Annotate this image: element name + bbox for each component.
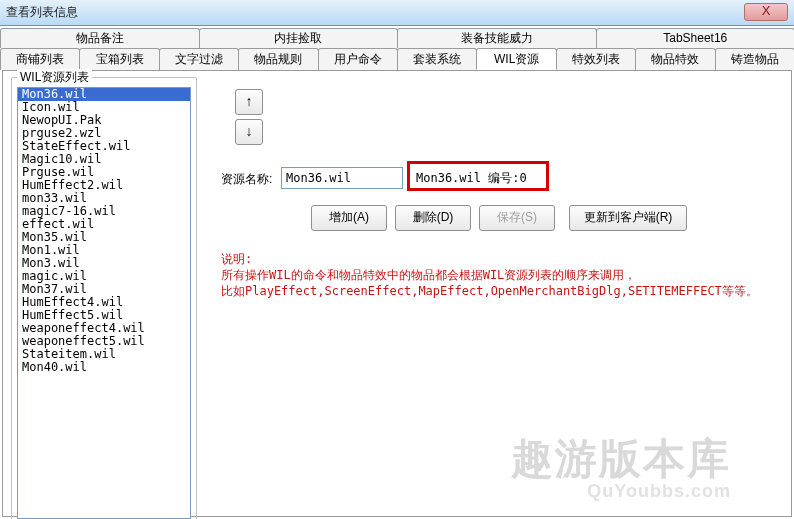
tabs-row-upper: 物品备注 内挂捡取 装备技能威力 TabSheet16 [0, 28, 794, 48]
delete-button[interactable]: 删除(D) [395, 205, 471, 231]
close-button[interactable]: X [744, 3, 788, 21]
explain-title: 说明: [221, 252, 252, 266]
list-item[interactable]: Mon40.wil [18, 361, 190, 374]
watermark-line2: QuYoubbs.com [511, 481, 731, 502]
tab-text-filter[interactable]: 文字过滤 [159, 48, 239, 70]
tab-set-system[interactable]: 套装系统 [397, 48, 477, 70]
arrow-down-icon: ↓ [246, 123, 253, 139]
tab-panel: WIL资源列表 Mon36.wil Icon.wil NewopUI.Pak p… [2, 70, 792, 517]
tab-tabsheet16[interactable]: TabSheet16 [596, 28, 795, 48]
tabs-row-lower: 商铺列表 宝箱列表 文字过滤 物品规则 用户命令 套装系统 WIL资源 特效列表… [0, 48, 794, 70]
wil-list-groupbox: WIL资源列表 Mon36.wil Icon.wil NewopUI.Pak p… [11, 77, 197, 519]
tab-cast-item[interactable]: 铸造物品 [715, 48, 794, 70]
tab-wil-resource[interactable]: WIL资源 [476, 48, 556, 70]
explain-block: 说明: 所有操作WIL的命令和物品特效中的物品都会根据WIL资源列表的顺序来调用… [221, 251, 758, 299]
resource-name-label: 资源名称: [221, 171, 272, 188]
resource-info-highlight: Mon36.wil 编号:0 [407, 161, 549, 191]
tab-equip-power[interactable]: 装备技能威力 [397, 28, 597, 48]
wil-listbox[interactable]: Mon36.wil Icon.wil NewopUI.Pak prguse2.w… [17, 87, 191, 519]
explain-line2: 比如PlayEffect,ScreenEffect,MapEffect,Open… [221, 284, 758, 298]
groupbox-title: WIL资源列表 [17, 69, 92, 86]
tab-chest-list[interactable]: 宝箱列表 [79, 48, 159, 70]
save-button[interactable]: 保存(S) [479, 205, 555, 231]
move-up-button[interactable]: ↑ [235, 89, 263, 115]
tab-item-remarks[interactable]: 物品备注 [0, 28, 200, 48]
window-title: 查看列表信息 [6, 4, 78, 21]
tab-shop-list[interactable]: 商铺列表 [0, 48, 80, 70]
tab-pickup[interactable]: 内挂捡取 [199, 28, 399, 48]
tab-user-cmd[interactable]: 用户命令 [318, 48, 398, 70]
explain-line1: 所有操作WIL的命令和物品特效中的物品都会根据WIL资源列表的顺序来调用， [221, 268, 636, 282]
tab-item-effect[interactable]: 物品特效 [635, 48, 715, 70]
watermark: 趣游版本库 QuYoubbs.com [511, 431, 731, 502]
watermark-line1: 趣游版本库 [511, 431, 731, 487]
tab-effect-list[interactable]: 特效列表 [556, 48, 636, 70]
arrow-up-icon: ↑ [246, 93, 253, 109]
title-bar: 查看列表信息 X [0, 0, 794, 26]
move-down-button[interactable]: ↓ [235, 119, 263, 145]
update-client-button[interactable]: 更新到客户端(R) [569, 205, 687, 231]
resource-name-input[interactable] [281, 167, 403, 189]
add-button[interactable]: 增加(A) [311, 205, 387, 231]
tab-item-rules[interactable]: 物品规则 [238, 48, 318, 70]
client-area: 物品备注 内挂捡取 装备技能威力 TabSheet16 商铺列表 宝箱列表 文字… [0, 28, 794, 519]
